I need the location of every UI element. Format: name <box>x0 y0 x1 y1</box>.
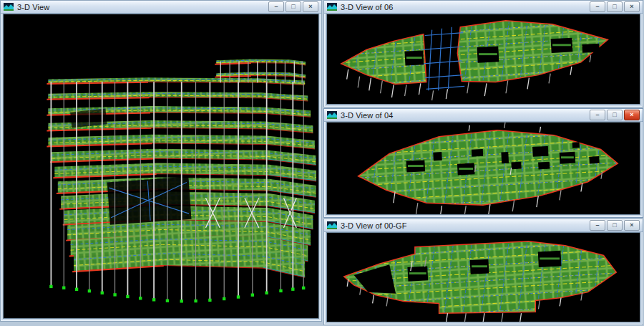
minimize-button[interactable]: – <box>590 1 605 12</box>
restore-button[interactable]: □ <box>607 220 623 231</box>
minimize-button[interactable]: – <box>590 110 605 120</box>
close-button[interactable]: × <box>303 1 318 12</box>
titlebar[interactable]: 3-D View of 04 – □ × <box>324 109 643 122</box>
titlebar[interactable]: 3-D View – □ × <box>1 1 321 14</box>
view-icon[interactable] <box>4 3 14 11</box>
view-icon[interactable] <box>327 111 338 119</box>
mdi-workspace: 3-D View – □ × 3-D View of 06 – □ × <box>0 0 644 326</box>
window-3d-view-04: 3-D View of 04 – □ × <box>323 108 643 218</box>
titlebar[interactable]: 3-D View of 06 – □ × <box>324 1 643 14</box>
minimize-button[interactable]: – <box>268 1 284 12</box>
window-title: 3-D View of 04 <box>341 111 587 120</box>
window-3d-view-06: 3-D View of 06 – □ × <box>323 0 643 107</box>
viewport-floor-04[interactable] <box>327 123 640 214</box>
window-title: 3-D View of 06 <box>341 3 587 11</box>
close-button[interactable]: × <box>624 220 640 231</box>
viewport-floor-00-gf[interactable] <box>327 233 640 322</box>
window-title: 3-D View <box>17 3 265 11</box>
restore-button[interactable]: □ <box>607 1 623 12</box>
titlebar[interactable]: 3-D View of 00-GF – □ × <box>324 219 643 232</box>
window-3d-view: 3-D View – □ × <box>0 0 322 322</box>
view-icon[interactable] <box>327 221 338 229</box>
viewport-floor-06[interactable] <box>327 14 640 104</box>
restore-button[interactable]: □ <box>286 1 301 12</box>
window-title: 3-D View of 00-GF <box>341 221 587 230</box>
restore-button[interactable]: □ <box>607 110 623 120</box>
window-3d-view-00-gf: 3-D View of 00-GF – □ × <box>323 219 643 325</box>
close-button[interactable]: × <box>624 110 640 120</box>
close-button[interactable]: × <box>624 1 640 12</box>
minimize-button[interactable]: – <box>590 220 605 231</box>
view-icon[interactable] <box>327 3 338 11</box>
viewport-3d-building[interactable] <box>4 14 318 318</box>
